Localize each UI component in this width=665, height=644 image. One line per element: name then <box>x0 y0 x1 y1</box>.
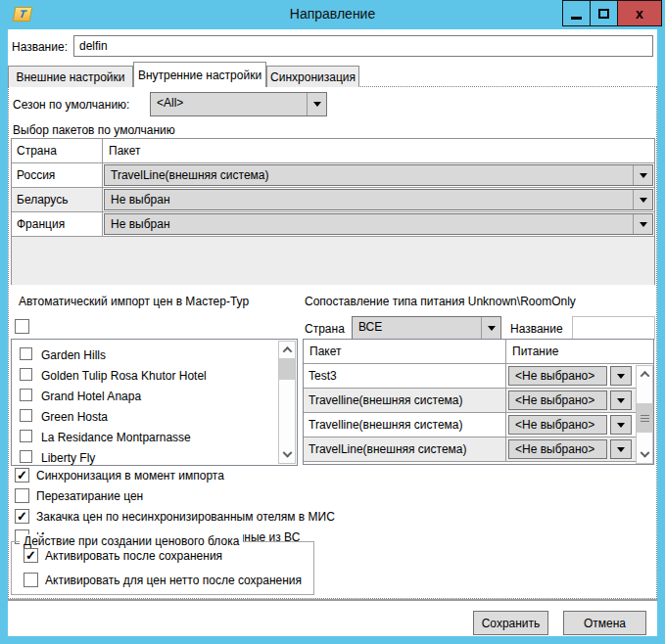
internal-settings-tabpage: Сезон по умолчанию: <All> Выбор пакетов … <box>8 86 657 599</box>
list-item[interactable]: Grand Hotel Anapa <box>12 386 297 406</box>
caret-down-icon[interactable] <box>633 165 652 185</box>
table-empty-area <box>12 237 654 285</box>
chevron-down-icon[interactable] <box>637 447 652 463</box>
caret-down-icon[interactable] <box>481 317 500 339</box>
meal-select[interactable]: <Не выбрано> <box>508 415 607 435</box>
country-cell: Россия <box>12 163 103 187</box>
column-header-package: Пакет <box>304 340 506 363</box>
table-row[interactable]: Test3 <Не выбрано> <box>304 364 653 389</box>
column-header-meal: Питание <box>506 340 653 363</box>
checkbox-sync-on-import[interactable] <box>15 468 29 483</box>
dialog-window: T Направление x Название: Внешние настро… <box>0 0 665 644</box>
package-select-belarus[interactable]: Не выбран <box>104 189 653 210</box>
hotels-list[interactable]: Garden Hills Golden Tulip Rosa Khutor Ho… <box>11 339 298 466</box>
mapping-country-label: Страна <box>305 322 345 336</box>
caret-down-icon[interactable] <box>610 366 632 386</box>
grip-icon <box>641 418 649 419</box>
scrollbar[interactable] <box>636 365 653 464</box>
list-item[interactable]: Garden Hills <box>12 345 297 365</box>
default-packages-title: Выбор пакетов по умолчанию <box>13 123 175 137</box>
title-bar[interactable]: T Направление x <box>0 0 665 29</box>
scrollbar[interactable] <box>278 341 296 464</box>
hotel-checkbox[interactable] <box>20 368 32 381</box>
minimize-button[interactable] <box>562 0 591 26</box>
table-row[interactable]: Франция Не выбран <box>12 212 654 237</box>
meal-select[interactable]: <Не выбрано> <box>508 366 607 386</box>
table-row[interactable]: TravelLine(внешняя система) <Не выбрано> <box>304 437 653 462</box>
separator <box>8 599 657 601</box>
default-season-label: Сезон по умолчанию: <box>13 98 129 112</box>
country-cell: Беларусь <box>12 188 103 211</box>
window-controls: x <box>563 0 662 26</box>
default-packages-table: Страна Пакет Россия TravelLine(внешняя с… <box>11 138 655 285</box>
meal-select[interactable]: <Не выбрано> <box>508 391 607 410</box>
minimize-icon <box>571 17 582 20</box>
list-item[interactable]: Liberty Fly <box>12 447 297 468</box>
mapping-name-label: Название <box>510 322 563 336</box>
caret-down-icon[interactable] <box>610 439 632 459</box>
column-header-country: Страна <box>12 139 103 162</box>
mapping-name-input[interactable] <box>572 316 655 340</box>
maximize-icon <box>598 9 609 19</box>
chevron-up-icon[interactable] <box>279 342 295 357</box>
default-season-value: <All> <box>151 93 307 115</box>
scrollbar-thumb[interactable] <box>279 358 295 380</box>
name-label: Название: <box>12 40 68 54</box>
meal-mapping-title: Сопоставление типа питания Unknown\RoomO… <box>305 295 576 308</box>
country-cell: Франция <box>12 212 103 236</box>
package-select-france[interactable]: Не выбран <box>104 213 653 235</box>
chevron-down-icon[interactable] <box>279 447 295 463</box>
table-row[interactable]: Travelline(внешняя система) <Не выбрано> <box>304 413 653 437</box>
caret-down-icon[interactable] <box>610 415 632 435</box>
checkbox-activate-netto-after-save[interactable] <box>24 573 38 587</box>
hotel-checkbox[interactable] <box>20 450 32 463</box>
close-button[interactable]: x <box>617 0 662 26</box>
cancel-button[interactable]: Отмена <box>563 611 646 635</box>
meal-table: Пакет Питание Test3 <Не выбрано> Travell… <box>303 339 654 465</box>
mapping-country-select[interactable]: ВСЕ <box>352 316 501 340</box>
package-select-russia[interactable]: TravelLine(внешняя система) <box>104 164 653 186</box>
column-header-package: Пакет <box>103 139 654 162</box>
name-input[interactable] <box>73 35 653 57</box>
maximize-button[interactable] <box>590 0 618 26</box>
table-row[interactable]: Россия TravelLine(внешняя система) <box>12 163 654 188</box>
checkbox-activate-after-save[interactable] <box>24 548 38 563</box>
table-row[interactable]: Travelline(внешняя система) <Не выбрано> <box>304 389 653 413</box>
default-season-select[interactable]: <All> <box>150 92 327 116</box>
list-item[interactable]: La Residance Montparnasse <box>12 427 297 447</box>
tab-external-settings[interactable]: Внешние настройки <box>8 66 133 87</box>
auto-import-label: Автоматический импорт цен в Мастер-Тур <box>19 295 249 308</box>
meal-select[interactable]: <Не выбрано> <box>508 439 607 459</box>
dialog-client-area: Название: Внешние настройки Внутренние н… <box>8 29 657 636</box>
tab-internal-settings[interactable]: Внутренние настройки <box>133 62 266 87</box>
hotel-checkbox[interactable] <box>20 347 32 360</box>
hotel-checkbox[interactable] <box>20 430 32 442</box>
checkbox-overwrite-prices[interactable] <box>15 488 29 503</box>
hotel-checkbox[interactable] <box>20 409 32 422</box>
list-item[interactable]: Golden Tulip Rosa Khutor Hotel <box>12 365 297 386</box>
table-header-row: Пакет Питание <box>304 340 653 364</box>
checkbox-download-unsynced-hotels[interactable] <box>15 509 29 524</box>
hotel-checkbox[interactable] <box>20 389 32 401</box>
list-item[interactable]: Green Hosta <box>12 406 297 427</box>
price-block-groupbox: Действие при создании ценового блока Акт… <box>11 541 314 595</box>
chevron-up-icon[interactable] <box>637 366 652 382</box>
scrollbar-thumb[interactable] <box>637 403 652 433</box>
table-header-row: Страна Пакет <box>12 139 654 163</box>
save-button[interactable]: Сохранить <box>473 611 548 635</box>
table-row[interactable]: Беларусь Не выбран <box>12 188 654 212</box>
caret-down-icon[interactable] <box>307 93 326 115</box>
caret-down-icon[interactable] <box>610 391 632 410</box>
caret-down-icon[interactable] <box>633 214 652 234</box>
groupbox-title: Действие при создании ценового блока <box>20 534 243 548</box>
caret-down-icon[interactable] <box>633 190 652 209</box>
auto-import-checkbox[interactable] <box>15 319 29 334</box>
tab-synchronization[interactable]: Синхронизация <box>266 66 359 87</box>
